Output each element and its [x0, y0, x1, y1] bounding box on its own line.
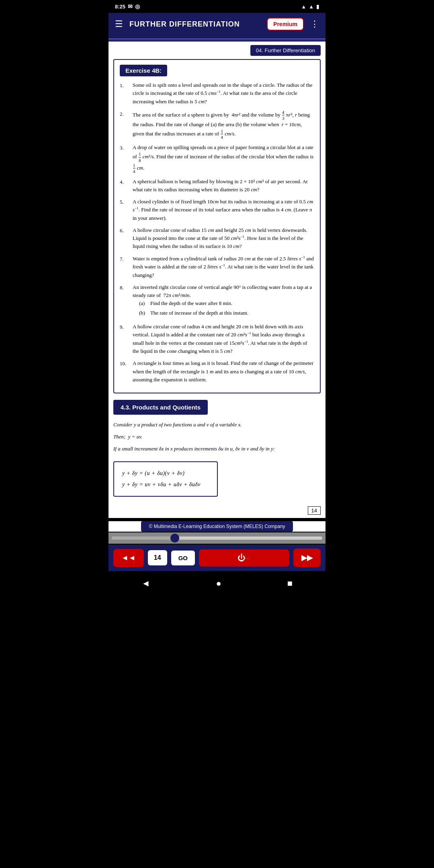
question-item: 9. A hollow circular cone of radius 4 cm… [120, 323, 314, 355]
copyright-text: © Multimedia E-Learning Education System… [141, 521, 293, 532]
q-text: A spherical balloon is being inflated by… [133, 178, 314, 194]
wifi-icon: ▲ [301, 4, 306, 10]
question-item: 4. A spherical balloon is being inflated… [120, 178, 314, 194]
status-right: ▲ ▲ ▮ [301, 4, 319, 10]
sub-text-a: Find the depth of the water after 8 min. [150, 299, 232, 307]
recent-button[interactable]: ■ [279, 577, 301, 590]
power-dots: ... [246, 556, 251, 560]
q-text: A hollow circular cone of radius 15 cm a… [133, 226, 314, 251]
question-item: 1. Some oil is spilt onto a level and sp… [120, 81, 314, 106]
q-num: 4. [120, 178, 129, 194]
status-bar: 8:25 ✉ ◎ ▲ ▲ ▮ [108, 0, 326, 13]
exercise-box: Exercise 4B: 1. Some oil is spilt onto a… [113, 59, 321, 393]
status-time: 8:25 [115, 4, 125, 10]
chapter-tag-label: 04. Further Differentiation [250, 45, 321, 56]
question-item: 5. A closed cylinder is of fixed length … [120, 198, 314, 222]
question-item: 2. The area of the surface of a sphere i… [120, 110, 314, 140]
q-text: An inverted right circular cone of verti… [133, 283, 314, 319]
question-item: 3. A drop of water on spilling spreads o… [120, 143, 314, 174]
sub-item-a: (a) Find the depth of the water after 8 … [139, 299, 314, 307]
battery-icon: ▮ [316, 4, 319, 10]
home-button[interactable]: ● [208, 577, 229, 590]
record-icon: ◎ [135, 3, 140, 10]
page-number-area: 14 [113, 506, 321, 515]
double-divider [108, 39, 326, 42]
exercise-title: Exercise 4B: [120, 65, 167, 76]
q-text: The area of the surface of a sphere is g… [133, 110, 314, 140]
sub-text-b: The rate of increase of the depth at thi… [150, 309, 248, 317]
q-text: A drop of water on spilling spreads on a… [133, 143, 314, 174]
q-num: 6. [120, 226, 129, 251]
status-left: 8:25 ✉ ◎ [115, 3, 140, 10]
chapter-tag: 04. Further Differentiation [113, 45, 321, 56]
body-text-3: If a small increament δx in x produces i… [113, 444, 321, 453]
body-text-1: Consider y a product of two functions u … [113, 420, 321, 429]
go-button[interactable]: GO [171, 551, 195, 565]
footer-area: © Multimedia E-Learning Education System… [108, 521, 326, 532]
formula-box: y + δy = (u + δu)(v + δv) y + δy = uv + … [113, 461, 218, 497]
question-item: 8. An inverted right circular cone of ve… [120, 283, 314, 319]
nav-bar: ◄◄ GO ⏻ ... ▶▶ [108, 545, 326, 571]
progress-thumb[interactable] [170, 534, 179, 542]
premium-button[interactable]: Premium [267, 18, 304, 31]
hamburger-icon[interactable]: ☰ [115, 19, 123, 29]
sub-label-b: (b) [139, 309, 147, 317]
question-list: 1. Some oil is spilt onto a level and sp… [120, 81, 314, 384]
progress-fill [112, 536, 175, 540]
page-input[interactable] [148, 550, 167, 565]
q-num: 7. [120, 255, 129, 279]
top-divider [108, 35, 326, 39]
more-icon[interactable]: ⋮ [310, 19, 319, 29]
content-area: 04. Further Differentiation Exercise 4B:… [108, 42, 326, 518]
question-item: 6. A hollow circular cone of radius 15 c… [120, 226, 314, 251]
body-text-2: Then; y = uv. [113, 432, 321, 441]
q-num: 2. [120, 110, 129, 140]
power-button[interactable]: ⏻ ... [199, 549, 289, 567]
formula-line-2: y + δy = uv + vδu + uδv + δuδv [122, 479, 209, 490]
sub-item-b: (b) The rate of increase of the depth at… [139, 309, 314, 317]
power-icon: ⏻ [237, 553, 246, 563]
q-num: 8. [120, 283, 129, 319]
forward-button[interactable]: ▶▶ [293, 549, 321, 567]
email-icon: ✉ [128, 3, 133, 10]
question-item: 7. Water is emptied from a cylindrical t… [120, 255, 314, 279]
page-number: 14 [308, 506, 321, 515]
q-text: A hollow circular cone of radius 4 cm an… [133, 323, 314, 355]
q-num: 5. [120, 198, 129, 222]
q-text: Water is emptied from a cylindrical tank… [133, 255, 314, 279]
progress-area[interactable] [108, 532, 326, 544]
rewind-button[interactable]: ◄◄ [113, 549, 144, 567]
formula-line-1: y + δy = (u + δu)(v + δv) [122, 468, 209, 479]
q-text: Some oil is spilt onto a level and sprea… [133, 81, 314, 106]
question-item: 10. A rectangle is four times as long as… [120, 359, 314, 383]
q-num: 9. [120, 323, 129, 355]
android-nav: ◄ ● ■ [108, 571, 326, 598]
q-text: A rectangle is four times as long as it … [133, 359, 314, 383]
progress-track[interactable] [112, 536, 322, 540]
q-num: 10. [120, 359, 129, 383]
section-heading: 4.3. Products and Quotients [113, 400, 208, 415]
q-num: 3. [120, 143, 129, 174]
signal-icon: ▲ [309, 4, 314, 10]
toolbar: ☰ FURTHER DIFFERENTIATION Premium ⋮ [108, 13, 326, 35]
q-num: 1. [120, 81, 129, 106]
q-text: A closed cylinder is of fixed length 10c… [133, 198, 314, 222]
toolbar-title: FURTHER DIFFERENTIATION [129, 20, 260, 29]
sub-label-a: (a) [139, 299, 147, 307]
back-button[interactable]: ◄ [133, 577, 158, 590]
